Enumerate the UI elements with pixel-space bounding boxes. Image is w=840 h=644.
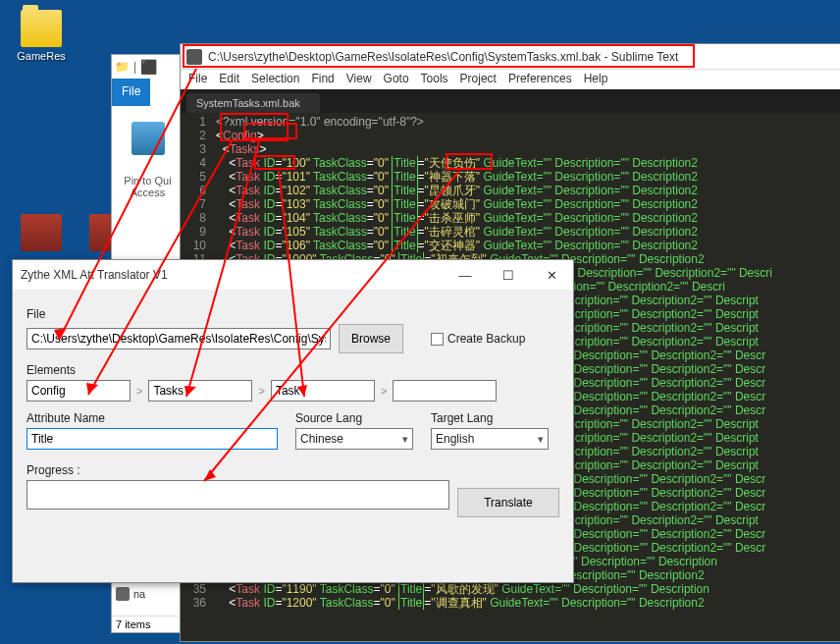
attr-name-label: Attribute Name	[26, 411, 278, 425]
dialog-title: Zythe XML Att Translator V1	[21, 268, 444, 282]
menu-preferences[interactable]: Preferences	[508, 72, 572, 87]
sublime-title: C:\Users\zythe\Desktop\GameRes\IsolateRe…	[208, 50, 678, 64]
explorer-ribbon: File	[112, 79, 184, 106]
pin-quick-access[interactable]: Pin to Qui Access	[117, 175, 179, 198]
element-input-1[interactable]	[148, 380, 252, 402]
pin-icon	[131, 122, 165, 155]
chevron-right-icon: >	[136, 385, 142, 397]
editor-tab[interactable]: SystemTasks.xml.bak	[186, 93, 320, 113]
desktop-folder-gameres[interactable]: GameRes	[12, 10, 71, 62]
folder-small-icon: 📁	[115, 60, 130, 74]
element-input-3[interactable]	[393, 380, 497, 402]
maximize-button[interactable]: ☐	[487, 260, 530, 290]
folder-label: GameRes	[12, 50, 71, 62]
elements-label: Elements	[26, 363, 559, 377]
sublime-menubar: File Edit Selection Find View Goto Tools…	[181, 70, 840, 89]
tgt-lang-dropdown[interactable]: English	[431, 428, 549, 450]
sublime-tabbar: SystemTasks.xml.bak	[181, 89, 840, 113]
menu-find[interactable]: Find	[311, 72, 334, 87]
attr-name-input[interactable]	[26, 428, 278, 450]
file-input[interactable]	[26, 328, 331, 349]
winrar-icon	[21, 214, 62, 251]
element-input-2[interactable]	[271, 380, 375, 402]
file-tab[interactable]: File	[112, 79, 150, 106]
nav-na[interactable]: na	[112, 585, 184, 603]
menu-view[interactable]: View	[346, 72, 372, 87]
generic-icon	[116, 587, 130, 601]
close-button[interactable]: ✕	[530, 260, 573, 290]
folder-icon	[21, 10, 62, 47]
chevron-right-icon: >	[381, 385, 387, 397]
file-label: File	[26, 307, 559, 321]
create-backup-checkbox[interactable]	[431, 333, 444, 346]
element-input-0[interactable]	[26, 380, 131, 402]
translator-dialog[interactable]: Zythe XML Att Translator V1 — ☐ ✕ File B…	[12, 259, 574, 583]
browse-button[interactable]: Browse	[339, 324, 403, 353]
progress-label: Progress :	[26, 463, 559, 477]
menu-tools[interactable]: Tools	[421, 72, 448, 87]
dialog-titlebar: Zythe XML Att Translator V1 — ☐ ✕	[13, 260, 573, 290]
explorer-statusbar: 7 items	[112, 616, 184, 632]
menu-file[interactable]: File	[188, 72, 207, 87]
menu-help[interactable]: Help	[584, 72, 608, 87]
tgt-lang-label: Target Lang	[431, 411, 549, 425]
create-backup-label: Create Backup	[447, 332, 525, 346]
menu-edit[interactable]: Edit	[219, 72, 239, 87]
menu-selection[interactable]: Selection	[251, 72, 299, 87]
progress-display	[26, 480, 449, 510]
chevron-right-icon: >	[258, 385, 264, 397]
translate-button[interactable]: Translate	[457, 488, 559, 517]
src-lang-label: Source Lang	[295, 411, 413, 425]
menu-project[interactable]: Project	[460, 72, 497, 87]
explorer-titlebar: 📁 | ⬛	[112, 55, 184, 79]
desktop-winrar-1[interactable]	[12, 214, 71, 254]
menu-goto[interactable]: Goto	[384, 72, 409, 87]
quick-access-toolbar[interactable]: ⬛	[140, 59, 157, 75]
sublime-titlebar: C:\Users\zythe\Desktop\GameRes\IsolateRe…	[181, 44, 840, 70]
minimize-button[interactable]: —	[444, 260, 487, 290]
sublime-icon	[186, 49, 202, 65]
src-lang-dropdown[interactable]: Chinese	[295, 428, 413, 450]
